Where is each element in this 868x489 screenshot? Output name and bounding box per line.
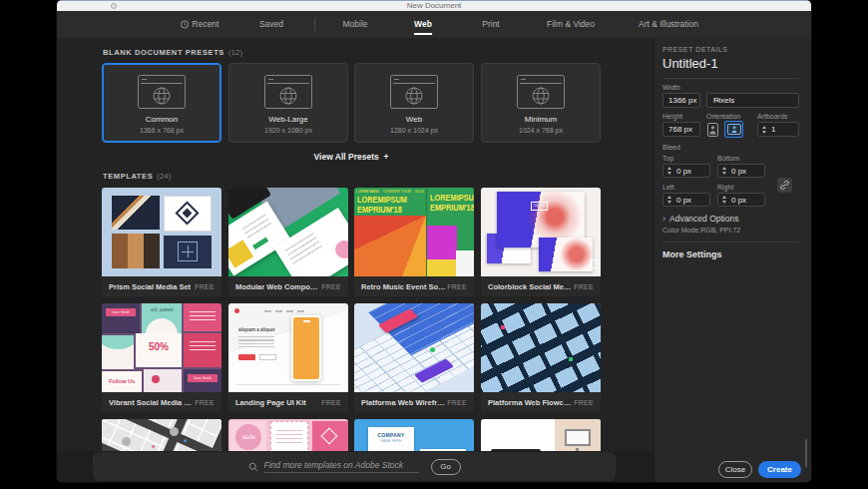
width-label: Width (662, 84, 680, 91)
retro-title-line1: LOREMIPSUM (357, 195, 407, 205)
template-name: Platforma Web Wireframe Kit (361, 398, 447, 407)
color-mode-summary: Color Mode:RGB, PPI:72 (662, 227, 740, 234)
bleed-left-input[interactable]: 0 px (662, 193, 710, 207)
vibrant-follow-text: Follow Us (102, 378, 142, 384)
preset-details-heading: PRESET DETAILS (662, 46, 727, 53)
template-card-modular[interactable]: Modular Web Components SetFREE (228, 188, 348, 296)
bleed-right-label: Right (717, 184, 733, 191)
template-thumb-flowcharts (481, 303, 601, 392)
template-thumb-retro: LOREM BANDCOUNTRY TOUR01.02.2018 LOREMIP… (354, 188, 474, 276)
bleed-top-label: Top (662, 155, 673, 162)
blank-presets-heading: BLANK DOCUMENT PRESETS(12) (103, 48, 242, 57)
tab-recent[interactable]: Recent (181, 11, 219, 38)
tab-print[interactable]: Print (482, 11, 499, 38)
sale-word-text: sale (235, 424, 261, 450)
template-name: Modular Web Components Set (235, 282, 321, 291)
go-button[interactable]: Go (431, 459, 461, 475)
template-card-flowcharts[interactable]: Platforma Web Flowcharts KitFREE (481, 303, 601, 412)
preset-size: 1366 x 768 px (140, 127, 184, 134)
orientation-landscape-button[interactable] (724, 121, 743, 138)
height-input[interactable]: 768 px (662, 122, 700, 137)
template-card-prism[interactable]: Prism Social Media SetFREE (102, 188, 221, 296)
tab-web[interactable]: Web (414, 11, 432, 38)
template-thumb-vibrant: Jane Smith sit amet 50% Follow Us Jane S… (102, 303, 221, 392)
template-thumb-colorblock: OPUS OPUS (481, 188, 601, 276)
window-title: New Document (57, 0, 811, 11)
browser-globe-icon (517, 75, 565, 109)
clock-icon (181, 20, 190, 29)
preset-card-common[interactable]: Common 1366 x 768 px (102, 63, 221, 143)
template-thumb-wireframe (354, 303, 474, 392)
content-area: BLANK DOCUMENT PRESETS(12) Common 1366 x… (57, 38, 653, 482)
template-card-landing[interactable]: aliquam a aliquet Landing Page UI KitFRE… (228, 303, 348, 412)
free-badge: FREE (447, 399, 467, 406)
divider (662, 242, 799, 243)
bleed-right-input[interactable]: 0 px (717, 193, 765, 207)
free-badge: FREE (574, 399, 594, 406)
orientation-label: Orientation (706, 113, 740, 120)
free-badge: FREE (195, 283, 215, 290)
preset-card-web[interactable]: Web 1280 x 1024 px (354, 63, 474, 143)
presets-count: (12) (228, 48, 242, 57)
template-name: Retro Music Event Social Media ... (361, 282, 447, 291)
close-button[interactable]: Close (718, 461, 752, 478)
width-input[interactable]: 1366 px (662, 93, 700, 108)
template-thumb-landing: aliquam a aliquet (228, 303, 348, 392)
preset-name: Web (406, 115, 422, 124)
opus-badge-text: OPUS (531, 202, 548, 211)
search-input[interactable] (264, 460, 419, 473)
browser-globe-icon (138, 75, 186, 109)
bleed-top-input[interactable]: 0 px (662, 164, 710, 178)
vibrant-name-text: Jane Smith (108, 308, 135, 316)
category-tabbar: Recent Saved Mobile Web Print Film & Vid… (57, 11, 811, 38)
browser-globe-icon (264, 75, 312, 109)
stepper-arrows[interactable] (762, 126, 766, 134)
template-card-colorblock[interactable]: OPUS OPUS Colorblock Social Media SetFRE… (481, 188, 601, 296)
bleed-bottom-input[interactable]: 0 px (717, 164, 765, 178)
advanced-options-toggle[interactable]: › Advanced Options (662, 214, 738, 224)
new-document-dialog: New Document Recent Saved Mobile Web Pri… (57, 0, 811, 482)
preset-card-minimum[interactable]: Minimum 1024 x 768 px (481, 63, 601, 143)
template-name: Platforma Web Flowcharts Kit (488, 398, 574, 407)
company-line1-text: COMPANY (368, 432, 414, 438)
preset-size: 1024 x 768 px (519, 127, 563, 134)
view-all-presets-button[interactable]: View All Presets + (102, 152, 601, 162)
templates-count: (24) (157, 172, 171, 181)
orientation-portrait-button[interactable] (706, 122, 719, 138)
selected-tab-underline (414, 33, 432, 35)
scrollbar-thumb[interactable] (805, 439, 807, 467)
adobe-stock-searchbar: Go (93, 452, 616, 481)
tab-label: Film & Video (547, 11, 595, 38)
tab-film-video[interactable]: Film & Video (547, 11, 595, 38)
more-settings-button[interactable]: More Settings (662, 249, 722, 259)
artboards-label: Artboards (757, 113, 787, 120)
retro-band-text: LOREM BAND (356, 190, 379, 194)
template-card-wireframe[interactable]: Platforma Web Wireframe KitFREE (354, 303, 474, 412)
height-label: Height (662, 113, 682, 120)
bleed-link-toggle[interactable] (777, 178, 792, 193)
template-card-retro[interactable]: LOREM BANDCOUNTRY TOUR01.02.2018 LOREMIP… (354, 188, 474, 296)
templates-heading: TEMPLATES(24) (103, 172, 171, 181)
tab-label: Saved (259, 11, 283, 38)
tab-saved[interactable]: Saved (259, 11, 283, 38)
artboards-stepper[interactable]: 1 (757, 122, 799, 137)
preset-name: Web-Large (268, 115, 307, 124)
template-thumb-prism (102, 188, 221, 276)
template-name: Landing Page UI Kit (235, 398, 306, 407)
units-dropdown[interactable]: Pixels (706, 93, 799, 108)
plus-icon: + (383, 152, 388, 162)
retro-tour-text: COUNTRY TOUR (383, 190, 411, 194)
landscape-icon (727, 124, 741, 135)
tab-mobile[interactable]: Mobile (342, 11, 367, 38)
landing-heading-text: aliquam a aliquet (238, 327, 275, 332)
document-name-field[interactable]: Untitled-1 (662, 56, 718, 71)
preset-card-web-large[interactable]: Web-Large 1920 x 1080 px (228, 63, 348, 143)
window-close-icon[interactable] (111, 3, 117, 9)
tab-art-illustration[interactable]: Art & Illustration (639, 11, 698, 38)
create-button[interactable]: Create (758, 461, 801, 478)
bleed-bottom-label: Bottom (717, 155, 739, 162)
template-card-vibrant[interactable]: Jane Smith sit amet 50% Follow Us Jane S… (102, 303, 221, 412)
divider (662, 78, 799, 79)
vibrant-discount-text: 50% (136, 341, 182, 352)
free-badge: FREE (447, 283, 467, 290)
